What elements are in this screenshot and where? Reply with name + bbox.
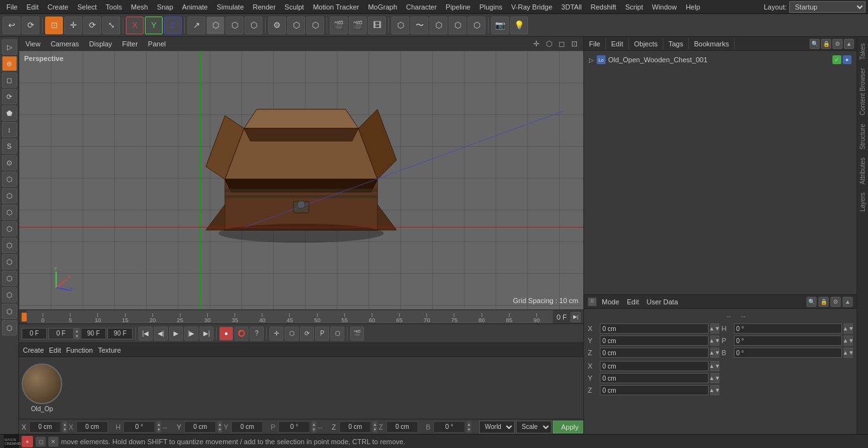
timeline-end-btn[interactable]: ▶|: [571, 312, 581, 322]
start-frame-input[interactable]: [22, 328, 47, 339]
menu-simulate[interactable]: Simulate: [213, 2, 248, 12]
obj-tab-file[interactable]: File: [584, 38, 606, 50]
sidebar-btn-14[interactable]: ⬡: [2, 254, 17, 269]
attr-search-icon[interactable]: 🔍: [806, 297, 817, 307]
coord-b-input[interactable]: [433, 421, 465, 433]
sidebar-btn-15[interactable]: ⬡: [2, 271, 17, 286]
menu-tools[interactable]: Tools: [102, 2, 126, 12]
menu-3dtall[interactable]: 3DTAll: [557, 2, 585, 12]
menu-pipeline[interactable]: Pipeline: [442, 2, 474, 12]
coord-h-spin-right[interactable]: ▲▼: [844, 323, 853, 334]
auto-key-button[interactable]: ⭕: [234, 327, 248, 341]
key-param[interactable]: ⬡: [330, 327, 344, 341]
undo-button[interactable]: ↩: [3, 17, 20, 34]
sidebar-btn-model[interactable]: ⊕: [2, 56, 17, 71]
coord-y-spin[interactable]: ▲ ▼: [217, 421, 222, 433]
coord-b-input-right[interactable]: [734, 348, 843, 358]
obj-search-icon[interactable]: 🔍: [810, 39, 820, 49]
sidebar-btn-10[interactable]: ⬡: [2, 188, 17, 203]
play-button[interactable]: ▶: [169, 327, 183, 341]
layout-dropdown[interactable]: Startup: [789, 1, 865, 13]
edge-mode[interactable]: ⬡: [226, 17, 243, 34]
coord-z-input-left[interactable]: [600, 348, 709, 358]
coord-y-input[interactable]: [184, 421, 216, 433]
menu-sculpt[interactable]: Sculpt: [281, 2, 308, 12]
scale-tool[interactable]: ⤡: [102, 17, 120, 34]
mat-menu-texture[interactable]: Texture: [98, 346, 121, 354]
coord-z-input[interactable]: [339, 421, 371, 433]
bevel-tool[interactable]: ⬡: [449, 17, 466, 34]
go-start-button[interactable]: |◀: [139, 327, 153, 341]
viewport-3d[interactable]: View Cameras Display Filter Panel ✛ ⬡ ◻ …: [19, 37, 583, 309]
menu-edit[interactable]: Edit: [23, 2, 43, 12]
vtab-structure[interactable]: Structure: [858, 120, 867, 154]
key-rot[interactable]: ⟳: [300, 327, 314, 341]
extrude-tool[interactable]: ⬡: [430, 17, 447, 34]
menu-animate[interactable]: Animate: [179, 2, 212, 12]
obj-tab-tags[interactable]: Tags: [663, 38, 689, 50]
material-thumbnail[interactable]: [22, 363, 62, 404]
viewport-render-3[interactable]: 🎞: [368, 17, 386, 34]
coord-x-input[interactable]: [29, 421, 61, 433]
coord-h-spin[interactable]: ▲ ▼: [156, 421, 161, 433]
scale-x-spin[interactable]: ▲▼: [710, 361, 719, 371]
viewport-icon-4[interactable]: ⊡: [569, 39, 580, 49]
apply-button[interactable]: Apply: [553, 421, 583, 433]
viewport-menu-display[interactable]: Display: [86, 39, 114, 49]
menu-plugins[interactable]: Plugins: [475, 2, 506, 12]
redo-button[interactable]: ⟳: [22, 17, 39, 34]
rotate-tool[interactable]: ⟳: [83, 17, 101, 34]
menu-vray[interactable]: V-Ray Bridge: [508, 2, 557, 12]
attr-lock-icon[interactable]: 🔒: [818, 297, 829, 307]
sidebar-btn-5[interactable]: ⬟: [2, 105, 17, 121]
coord-y-spin-left[interactable]: ▲▼: [710, 336, 719, 346]
viewport-menu-view[interactable]: View: [23, 39, 43, 49]
obj-settings-icon[interactable]: ⚙: [832, 39, 843, 49]
sidebar-btn-17[interactable]: ⬡: [2, 304, 17, 319]
sidebar-btn-6[interactable]: ↕: [2, 122, 17, 137]
move-to-key[interactable]: ✛: [269, 327, 283, 341]
coord-p-spin-right[interactable]: ▲▼: [844, 336, 853, 346]
coord-b-spin-right[interactable]: ▲▼: [844, 348, 853, 358]
obj-tab-objects[interactable]: Objects: [629, 38, 663, 50]
key-sel[interactable]: ⬡: [285, 327, 299, 341]
axis-x[interactable]: X: [126, 17, 144, 34]
viewport-icon-1[interactable]: ✛: [531, 39, 541, 49]
attr-settings-icon[interactable]: ⚙: [831, 297, 841, 307]
sidebar-btn-13[interactable]: ⬡: [2, 238, 17, 253]
vtab-attributes[interactable]: Attributes: [858, 154, 867, 188]
menu-mograph[interactable]: MoGraph: [364, 2, 401, 12]
obj-extra-icon[interactable]: ▲: [844, 39, 854, 49]
next-key-button[interactable]: |▶: [184, 327, 198, 341]
sidebar-btn-3[interactable]: ◻: [2, 72, 17, 88]
viewport-render-1[interactable]: 🎬: [330, 17, 348, 34]
vtab-content-browser[interactable]: Content Browser: [858, 64, 867, 119]
coord-p-input[interactable]: [278, 421, 310, 433]
viewport-icon-2[interactable]: ⬡: [544, 39, 554, 49]
render-region[interactable]: ⬡: [287, 17, 305, 34]
obj-tab-edit[interactable]: Edit: [606, 38, 629, 50]
coord-h-input[interactable]: [123, 421, 155, 433]
coord-x-spin[interactable]: ▲ ▼: [62, 421, 67, 433]
film-mode[interactable]: 🎬: [350, 327, 364, 341]
obj-expand-icon[interactable]: ▷: [589, 57, 594, 64]
key-scale[interactable]: P: [315, 327, 329, 341]
light-tool[interactable]: 💡: [510, 17, 528, 34]
polygon-pen[interactable]: ⬡: [391, 17, 409, 34]
menu-select[interactable]: Select: [74, 2, 101, 12]
select-tool[interactable]: ⊡: [45, 17, 63, 34]
sidebar-btn-11[interactable]: ⬡: [2, 205, 17, 220]
key-button[interactable]: ?: [250, 327, 264, 341]
sidebar-btn-12[interactable]: ⬡: [2, 221, 17, 236]
prev-key-button[interactable]: ◀|: [154, 327, 168, 341]
timeline-marker[interactable]: [22, 313, 27, 322]
menu-file[interactable]: File: [3, 2, 22, 12]
timeline-ruler[interactable]: 0 5 10 15 20 25 30 35 40 45 50 55 60 65 …: [27, 310, 553, 323]
menu-redshift[interactable]: Redshift: [587, 2, 620, 12]
scale-x-input[interactable]: [600, 361, 709, 371]
attr-edit[interactable]: Edit: [625, 297, 642, 306]
coord-z2-input[interactable]: [386, 421, 418, 433]
menu-create[interactable]: Create: [44, 2, 72, 12]
coord-z-spin-left[interactable]: ▲▼: [710, 348, 719, 358]
viewport-render-2[interactable]: 🎬: [349, 17, 367, 34]
